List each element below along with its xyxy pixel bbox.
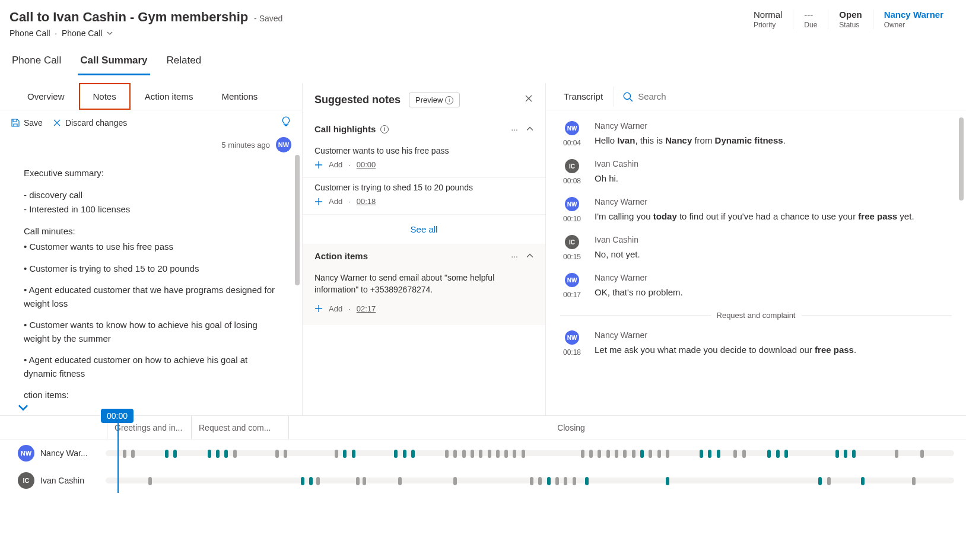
timeline-tick[interactable] [852,450,856,458]
timeline-tick[interactable] [632,450,635,458]
search-input[interactable] [614,87,959,107]
timeline-tick[interactable] [233,450,237,458]
timestamp-link[interactable]: 00:00 [357,160,376,169]
transcript-row[interactable]: NW 00:17 Nancy Warner OK, that's no prob… [560,273,952,299]
transcript-row[interactable]: NW 00:04 Nancy Warner Hello Ivan, this i… [560,121,952,147]
timeline-tick[interactable] [504,450,508,458]
timeline-tick[interactable] [123,450,126,458]
timeline-tick[interactable] [835,450,839,458]
timeline-tick[interactable] [403,450,406,458]
timeline-tick[interactable] [301,477,304,485]
timeline-tick[interactable] [479,450,482,458]
timeline-tick[interactable] [488,450,491,458]
lightbulb-icon[interactable] [281,116,291,129]
timeline-tick[interactable] [224,450,228,458]
timeline-tick[interactable] [343,450,347,458]
timeline-tick[interactable] [895,450,898,458]
timeline-tick[interactable] [920,450,924,458]
main-tab-phone-call[interactable]: Phone Call [9,50,63,75]
timeline-tick[interactable] [284,450,287,458]
sub-tab-notes[interactable]: Notes [79,83,131,110]
timeline-tick[interactable] [700,450,703,458]
playhead[interactable]: 00:00 [101,409,134,423]
scrollbar[interactable] [295,155,300,285]
sub-tab-mentions[interactable]: Mentions [207,83,272,110]
record-subtype[interactable]: Phone Call · Phone Call [9,28,282,38]
chevron-down-icon[interactable] [18,402,28,415]
timeline-tick[interactable] [818,477,822,485]
main-tab-call-summary[interactable]: Call Summary [78,50,150,75]
timeline-tick[interactable] [742,450,746,458]
search-field[interactable] [638,91,951,101]
timeline-tick[interactable] [573,477,576,485]
timeline-tick[interactable] [827,477,831,485]
sub-tab-overview[interactable]: Overview [13,83,79,110]
info-icon[interactable]: i [380,125,389,133]
timeline-tick[interactable] [657,450,661,458]
timeline-tick[interactable] [522,450,525,458]
transcript-body[interactable]: NW 00:04 Nancy Warner Hello Ivan, this i… [546,110,966,379]
see-all-link[interactable]: See all [303,215,545,244]
plus-icon[interactable] [314,161,323,169]
transcript-row[interactable]: NW 00:18 Nancy Warner Let me ask you wha… [560,330,952,357]
timeline-tick[interactable] [640,450,644,458]
timeline-tick[interactable] [131,450,135,458]
timeline-tick[interactable] [394,450,398,458]
timeline-tick[interactable] [513,450,516,458]
timeline-tick[interactable] [844,450,847,458]
timeline-tick[interactable] [148,477,152,485]
timeline-tick[interactable] [649,450,652,458]
timeline-tick[interactable] [411,450,415,458]
timeline-tick[interactable] [666,477,669,485]
track-bar[interactable] [106,450,954,456]
timeline-tick[interactable] [453,477,457,485]
timeline-tick[interactable] [530,477,533,485]
timeline-tick[interactable] [615,450,618,458]
timeline-segment[interactable]: Request and com... [191,416,288,439]
timeline-tick[interactable] [784,450,788,458]
timeline-tick[interactable] [547,477,551,485]
timeline-tick[interactable] [471,450,474,458]
timeline-tick[interactable] [589,450,593,458]
timeline-tick[interactable] [398,477,402,485]
timeline-tick[interactable] [208,450,211,458]
more-icon[interactable]: ··· [511,125,518,134]
note-content[interactable]: Executive summary: - discovery call - In… [0,155,302,415]
timeline-tick[interactable] [462,450,466,458]
add-button[interactable]: Add [329,304,342,313]
timeline-tick[interactable] [581,450,584,458]
chevron-up-icon[interactable] [526,125,533,134]
timeline-tick[interactable] [912,477,916,485]
chevron-up-icon[interactable] [526,252,533,261]
preview-button[interactable]: Preview i [409,93,460,107]
sub-tab-action-items[interactable]: Action items [131,83,208,110]
transcript-row[interactable]: IC 00:15 Ivan Cashin No, not yet. [560,235,952,261]
add-button[interactable]: Add [329,197,342,206]
timestamp-link[interactable]: 00:18 [357,197,376,206]
timeline-tick[interactable] [733,450,737,458]
timeline-tick[interactable] [623,450,627,458]
more-icon[interactable]: ··· [511,252,518,261]
timeline-segment[interactable]: Closing [288,416,846,439]
timeline-tick[interactable] [585,477,589,485]
transcript-row[interactable]: NW 00:10 Nancy Warner I'm calling you to… [560,197,952,223]
main-tab-related[interactable]: Related [164,50,204,75]
header-meta-item[interactable]: Nancy WarnerOwner [873,9,954,29]
timeline-tick[interactable] [598,450,601,458]
timeline-tick[interactable] [496,450,500,458]
plus-icon[interactable] [314,304,323,313]
timestamp-link[interactable]: 02:17 [357,304,376,313]
timeline-tick[interactable] [316,477,320,485]
timeline-tick[interactable] [352,450,355,458]
timeline-tick[interactable] [861,477,865,485]
timeline-tick[interactable] [309,477,313,485]
close-icon[interactable] [524,94,533,106]
timeline-tick[interactable] [335,450,338,458]
timeline-tick[interactable] [453,450,457,458]
timeline-tick[interactable] [555,477,559,485]
discard-button[interactable]: Discard changes [52,118,127,128]
timeline-tick[interactable] [173,450,177,458]
timeline-tick[interactable] [356,477,360,485]
timeline-tick[interactable] [767,450,771,458]
timeline-tick[interactable] [216,450,220,458]
